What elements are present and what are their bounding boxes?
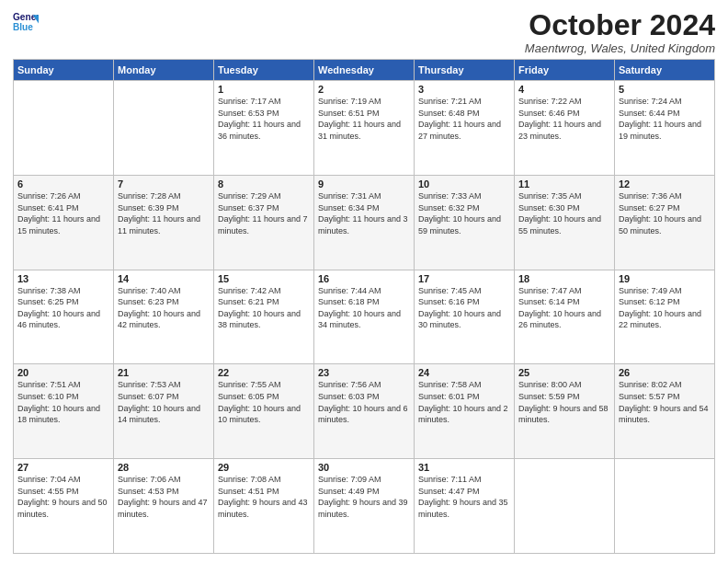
header-monday: Monday <box>114 60 214 81</box>
calendar-cell: 26Sunrise: 8:02 AM Sunset: 5:57 PM Dayli… <box>615 364 715 459</box>
day-number: 5 <box>619 84 711 95</box>
day-number: 15 <box>218 273 310 284</box>
calendar-cell <box>14 81 114 176</box>
day-info: Sunrise: 7:19 AM Sunset: 6:51 PM Dayligh… <box>318 96 410 142</box>
calendar-cell <box>515 459 615 554</box>
day-number: 10 <box>418 178 510 190</box>
day-info: Sunrise: 7:24 AM Sunset: 6:44 PM Dayligh… <box>619 96 711 142</box>
day-number: 26 <box>619 367 711 378</box>
day-info: Sunrise: 7:55 AM Sunset: 6:05 PM Dayligh… <box>218 379 310 425</box>
day-info: Sunrise: 7:35 AM Sunset: 6:30 PM Dayligh… <box>518 190 610 236</box>
calendar-cell: 20Sunrise: 7:51 AM Sunset: 6:10 PM Dayli… <box>14 364 114 459</box>
subtitle: Maentwrog, Wales, United Kingdom <box>525 41 715 55</box>
header-thursday: Thursday <box>415 60 515 81</box>
header-sunday: Sunday <box>14 60 114 81</box>
calendar: Sunday Monday Tuesday Wednesday Thursday… <box>13 59 715 554</box>
logo-icon: General Blue <box>13 9 39 35</box>
calendar-cell: 6Sunrise: 7:26 AM Sunset: 6:41 PM Daylig… <box>14 175 114 270</box>
day-info: Sunrise: 7:44 AM Sunset: 6:18 PM Dayligh… <box>318 285 410 331</box>
day-info: Sunrise: 7:40 AM Sunset: 6:23 PM Dayligh… <box>118 285 210 331</box>
day-number: 11 <box>518 178 610 190</box>
day-info: Sunrise: 7:08 AM Sunset: 4:51 PM Dayligh… <box>218 474 310 520</box>
day-info: Sunrise: 7:11 AM Sunset: 4:47 PM Dayligh… <box>418 474 510 520</box>
calendar-cell: 24Sunrise: 7:58 AM Sunset: 6:01 PM Dayli… <box>415 364 515 459</box>
calendar-cell: 11Sunrise: 7:35 AM Sunset: 6:30 PM Dayli… <box>515 175 615 270</box>
day-number: 29 <box>218 462 310 473</box>
page: General Blue October 2024 Maentwrog, Wal… <box>0 0 728 563</box>
calendar-cell: 4Sunrise: 7:22 AM Sunset: 6:46 PM Daylig… <box>515 81 615 176</box>
header-wednesday: Wednesday <box>314 60 415 81</box>
header-saturday: Saturday <box>615 60 715 81</box>
day-number: 28 <box>118 462 210 473</box>
calendar-cell: 25Sunrise: 8:00 AM Sunset: 5:59 PM Dayli… <box>515 364 615 459</box>
calendar-cell: 19Sunrise: 7:49 AM Sunset: 6:12 PM Dayli… <box>615 270 715 364</box>
calendar-cell: 27Sunrise: 7:04 AM Sunset: 4:55 PM Dayli… <box>14 459 114 554</box>
calendar-cell: 3Sunrise: 7:21 AM Sunset: 6:48 PM Daylig… <box>415 81 515 176</box>
day-number: 2 <box>318 84 410 95</box>
day-number: 1 <box>218 84 310 95</box>
calendar-week-1: 1Sunrise: 7:17 AM Sunset: 6:53 PM Daylig… <box>14 81 715 176</box>
calendar-cell <box>615 459 715 554</box>
day-info: Sunrise: 7:21 AM Sunset: 6:48 PM Dayligh… <box>418 96 510 142</box>
day-info: Sunrise: 7:31 AM Sunset: 6:34 PM Dayligh… <box>318 190 410 236</box>
day-number: 3 <box>418 84 510 95</box>
day-number: 25 <box>518 367 610 378</box>
calendar-cell: 10Sunrise: 7:33 AM Sunset: 6:32 PM Dayli… <box>415 175 515 270</box>
calendar-cell: 15Sunrise: 7:42 AM Sunset: 6:21 PM Dayli… <box>214 270 314 364</box>
day-number: 19 <box>619 273 711 284</box>
day-info: Sunrise: 7:53 AM Sunset: 6:07 PM Dayligh… <box>118 379 210 425</box>
day-number: 24 <box>418 367 510 378</box>
calendar-cell: 1Sunrise: 7:17 AM Sunset: 6:53 PM Daylig… <box>214 81 314 176</box>
calendar-cell: 7Sunrise: 7:28 AM Sunset: 6:39 PM Daylig… <box>114 175 214 270</box>
calendar-cell: 18Sunrise: 7:47 AM Sunset: 6:14 PM Dayli… <box>515 270 615 364</box>
day-number: 14 <box>118 273 210 284</box>
header-tuesday: Tuesday <box>214 60 314 81</box>
day-info: Sunrise: 7:04 AM Sunset: 4:55 PM Dayligh… <box>17 474 109 520</box>
day-info: Sunrise: 7:33 AM Sunset: 6:32 PM Dayligh… <box>418 190 510 236</box>
calendar-cell: 5Sunrise: 7:24 AM Sunset: 6:44 PM Daylig… <box>615 81 715 176</box>
day-number: 9 <box>318 178 410 190</box>
day-number: 12 <box>619 178 711 190</box>
day-info: Sunrise: 7:06 AM Sunset: 4:53 PM Dayligh… <box>118 474 210 520</box>
calendar-week-4: 20Sunrise: 7:51 AM Sunset: 6:10 PM Dayli… <box>14 364 715 459</box>
day-info: Sunrise: 7:26 AM Sunset: 6:41 PM Dayligh… <box>17 190 109 236</box>
calendar-cell: 13Sunrise: 7:38 AM Sunset: 6:25 PM Dayli… <box>14 270 114 364</box>
day-number: 4 <box>518 84 610 95</box>
calendar-week-3: 13Sunrise: 7:38 AM Sunset: 6:25 PM Dayli… <box>14 270 715 364</box>
title-block: October 2024 Maentwrog, Wales, United Ki… <box>525 9 715 55</box>
day-info: Sunrise: 7:56 AM Sunset: 6:03 PM Dayligh… <box>318 379 410 425</box>
calendar-cell: 22Sunrise: 7:55 AM Sunset: 6:05 PM Dayli… <box>214 364 314 459</box>
calendar-cell: 21Sunrise: 7:53 AM Sunset: 6:07 PM Dayli… <box>114 364 214 459</box>
svg-text:Blue: Blue <box>13 22 33 32</box>
calendar-cell: 14Sunrise: 7:40 AM Sunset: 6:23 PM Dayli… <box>114 270 214 364</box>
calendar-cell: 2Sunrise: 7:19 AM Sunset: 6:51 PM Daylig… <box>314 81 415 176</box>
day-number: 18 <box>518 273 610 284</box>
day-info: Sunrise: 7:29 AM Sunset: 6:37 PM Dayligh… <box>218 190 310 236</box>
day-info: Sunrise: 7:38 AM Sunset: 6:25 PM Dayligh… <box>17 285 109 331</box>
day-info: Sunrise: 8:00 AM Sunset: 5:59 PM Dayligh… <box>518 379 610 425</box>
day-info: Sunrise: 7:36 AM Sunset: 6:27 PM Dayligh… <box>619 190 711 236</box>
calendar-cell: 12Sunrise: 7:36 AM Sunset: 6:27 PM Dayli… <box>615 175 715 270</box>
calendar-cell: 9Sunrise: 7:31 AM Sunset: 6:34 PM Daylig… <box>314 175 415 270</box>
header-friday: Friday <box>515 60 615 81</box>
calendar-cell: 8Sunrise: 7:29 AM Sunset: 6:37 PM Daylig… <box>214 175 314 270</box>
day-number: 16 <box>318 273 410 284</box>
month-title: October 2024 <box>525 9 715 41</box>
day-info: Sunrise: 7:58 AM Sunset: 6:01 PM Dayligh… <box>418 379 510 425</box>
day-info: Sunrise: 7:28 AM Sunset: 6:39 PM Dayligh… <box>118 190 210 236</box>
calendar-cell: 28Sunrise: 7:06 AM Sunset: 4:53 PM Dayli… <box>114 459 214 554</box>
calendar-cell: 30Sunrise: 7:09 AM Sunset: 4:49 PM Dayli… <box>314 459 415 554</box>
day-number: 20 <box>17 367 109 378</box>
day-number: 6 <box>17 178 109 190</box>
day-number: 21 <box>118 367 210 378</box>
calendar-cell: 17Sunrise: 7:45 AM Sunset: 6:16 PM Dayli… <box>415 270 515 364</box>
day-number: 30 <box>318 462 410 473</box>
day-number: 8 <box>218 178 310 190</box>
calendar-header-row: Sunday Monday Tuesday Wednesday Thursday… <box>14 60 715 81</box>
logo: General Blue <box>13 9 39 35</box>
calendar-cell: 23Sunrise: 7:56 AM Sunset: 6:03 PM Dayli… <box>314 364 415 459</box>
day-info: Sunrise: 7:49 AM Sunset: 6:12 PM Dayligh… <box>619 285 711 331</box>
day-number: 22 <box>218 367 310 378</box>
calendar-cell <box>114 81 214 176</box>
day-info: Sunrise: 7:42 AM Sunset: 6:21 PM Dayligh… <box>218 285 310 331</box>
